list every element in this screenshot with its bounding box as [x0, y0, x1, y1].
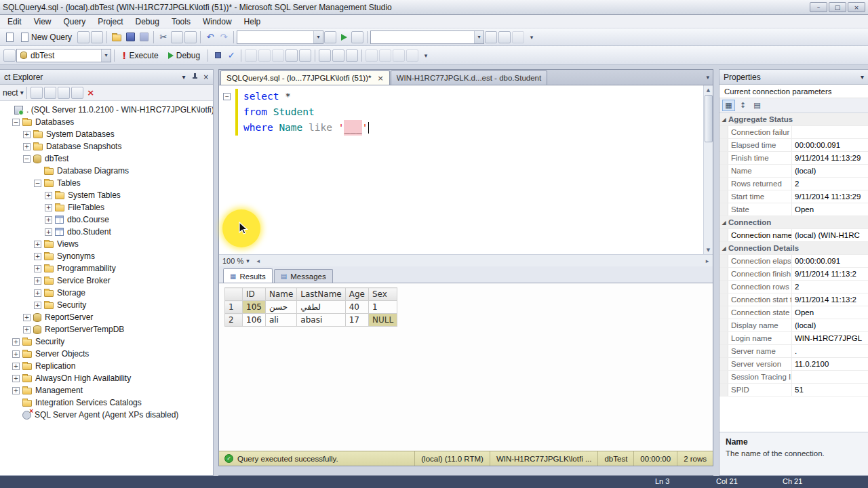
stop-icon[interactable] — [44, 87, 56, 99]
cell-age[interactable]: 40 — [345, 301, 368, 314]
chevron-down-icon[interactable]: ▾ — [182, 73, 186, 81]
pin-icon[interactable] — [191, 73, 198, 81]
categorized-icon[interactable]: ▦ — [722, 100, 735, 111]
paste-icon[interactable] — [184, 31, 197, 43]
filter-icon[interactable] — [71, 87, 83, 99]
decrease-indent-icon[interactable] — [393, 49, 405, 62]
expand-icon[interactable]: + — [12, 350, 20, 358]
zoom-select[interactable]: 100 % ▾ — [219, 256, 253, 266]
tree-item-tables[interactable]: −Tables — [0, 177, 213, 189]
property-row[interactable]: Server name. — [719, 345, 868, 358]
new-file-icon[interactable] — [3, 31, 16, 43]
parse-icon[interactable]: ✓ — [225, 49, 237, 62]
database-combo[interactable]: dbTest ▾ — [16, 49, 111, 62]
expand-icon[interactable]: + — [34, 253, 41, 260]
tab-results[interactable]: ▦ Results — [223, 268, 273, 283]
tree-item-reportservertempdb[interactable]: +ReportServerTempDB — [0, 323, 213, 336]
property-row[interactable]: Connection rows2 — [719, 281, 868, 293]
column-header-name[interactable]: Name — [265, 288, 296, 301]
find-combo[interactable]: ▾ — [237, 30, 323, 44]
tree-item-server[interactable]: . (SQL Server 11.0.2100 - WIN-H1RC77JPGL… — [0, 104, 213, 116]
property-row[interactable]: Elapsed time00:00:00.091 — [719, 139, 868, 152]
scroll-down-icon[interactable]: ▼ — [704, 245, 713, 254]
row-header[interactable]: 2 — [225, 314, 243, 327]
expand-icon[interactable]: + — [34, 302, 41, 309]
tree-item-storage[interactable]: +Storage — [0, 287, 213, 299]
tree-item-dbo-course[interactable]: +dbo.Course — [0, 214, 213, 226]
column-header-age[interactable]: Age — [345, 288, 368, 301]
client-statistics-icon[interactable] — [299, 49, 311, 62]
tree-item-database-snapshots[interactable]: +Database Snapshots — [0, 140, 213, 152]
find-icon[interactable] — [324, 31, 336, 43]
row-header[interactable]: 1 — [225, 301, 243, 314]
property-row[interactable]: Rows returned2 — [719, 178, 868, 190]
tree-item-replication[interactable]: +Replication — [0, 360, 213, 372]
menu-window[interactable]: Window — [197, 16, 238, 28]
property-row[interactable]: Connection name(local) (WIN-H1RC — [719, 229, 868, 242]
cell-name[interactable]: ali — [265, 314, 296, 327]
connect-icon[interactable] — [3, 49, 16, 62]
redo-icon[interactable]: ↷ — [218, 31, 230, 43]
stop-icon[interactable] — [212, 49, 224, 62]
open-from-server-icon[interactable] — [77, 31, 90, 43]
breakpoint-icon[interactable] — [351, 31, 363, 43]
execute-button[interactable]: ! Execute — [117, 48, 163, 63]
debug-button[interactable]: Debug — [163, 48, 205, 63]
tree-item-management[interactable]: +Management — [0, 384, 213, 396]
scroll-right-icon[interactable]: ▸ — [702, 258, 713, 264]
toolbar-overflow-icon[interactable]: ▾ — [420, 49, 432, 62]
undo-icon[interactable]: ↶ — [204, 31, 216, 43]
scroll-left-icon[interactable]: ◂ — [253, 258, 264, 264]
collapse-icon[interactable]: − — [12, 119, 20, 126]
section-aggregate-status[interactable]: ◢Aggregate Status — [719, 113, 868, 126]
tree-item-databases[interactable]: −Databases — [0, 116, 213, 128]
chevron-down-icon[interactable]: ▾ — [474, 31, 484, 43]
expand-icon[interactable]: + — [12, 363, 20, 370]
cell-id[interactable]: 106 — [243, 314, 266, 327]
results-to-file-icon[interactable] — [346, 49, 358, 62]
tree-item-dbo-student[interactable]: +dbo.Student — [0, 226, 213, 238]
cell-lastname[interactable]: abasi — [297, 314, 345, 327]
toolbar-overflow-icon[interactable]: ▾ — [526, 31, 538, 43]
tree-item-database-diagrams[interactable]: Database Diagrams — [0, 165, 213, 177]
include-actual-plan-icon[interactable] — [285, 49, 298, 62]
tree-item-programmability[interactable]: +Programmability — [0, 262, 213, 274]
maximize-button[interactable]: □ — [829, 2, 846, 12]
menu-view[interactable]: View — [28, 16, 58, 28]
chevron-down-icon[interactable]: ▾ — [246, 258, 250, 264]
menu-tools[interactable]: Tools — [165, 16, 197, 28]
remove-icon[interactable]: × — [85, 87, 97, 99]
expand-icon[interactable]: + — [45, 228, 52, 236]
save-all-icon[interactable] — [138, 31, 150, 43]
connect-button[interactable]: nect — [3, 88, 18, 98]
code-area[interactable]: −select * from Student where Name like '… — [219, 85, 703, 254]
tab-table-designer[interactable]: WIN-H1RC77JPGLK.d...est - dbo.Student — [391, 70, 547, 85]
tab-messages[interactable]: ▤ Messages — [274, 269, 333, 283]
tree-item-synonyms[interactable]: +Synonyms — [0, 250, 213, 262]
object-explorer-header[interactable]: ct Explorer ▾ × — [0, 70, 213, 85]
register-server-icon[interactable] — [91, 31, 103, 43]
expand-icon[interactable]: + — [45, 216, 52, 224]
property-row[interactable]: Connection start t9/11/2014 11:13:2 — [719, 293, 868, 306]
property-row[interactable]: StateOpen — [719, 203, 868, 216]
property-row[interactable]: Display name(local) — [719, 319, 868, 332]
refresh-icon[interactable] — [58, 87, 70, 99]
new-query-button[interactable]: New Query — [16, 30, 77, 45]
copy-icon[interactable] — [171, 31, 183, 43]
uncomment-icon[interactable] — [379, 49, 391, 62]
property-row[interactable]: Session Tracing ID — [719, 371, 868, 384]
tree-item-sql-server-agent[interactable]: SQL Server Agent (Agent XPs disabled) — [0, 409, 213, 421]
chevron-down-icon[interactable]: ▾ — [861, 73, 864, 81]
column-header-id[interactable]: ID — [243, 288, 266, 301]
cut-icon[interactable]: ✂ — [157, 31, 170, 43]
tab-list-chevron-icon[interactable]: ▾ — [706, 74, 709, 81]
cell-name[interactable]: حسن — [265, 301, 296, 314]
tree-item-server-objects[interactable]: +Server Objects — [0, 348, 213, 360]
code-editor[interactable]: −select * from Student where Name like '… — [219, 85, 713, 254]
property-row[interactable]: Connection finish9/11/2014 11:13:2 — [719, 268, 868, 281]
property-row[interactable]: Login nameWIN-H1RC77JPGL — [719, 332, 868, 345]
column-header-sex[interactable]: Sex — [368, 288, 397, 301]
section-connection-details[interactable]: ◢Connection Details — [719, 242, 868, 255]
cell-age[interactable]: 17 — [345, 314, 368, 327]
results-to-text-icon[interactable] — [319, 49, 331, 62]
